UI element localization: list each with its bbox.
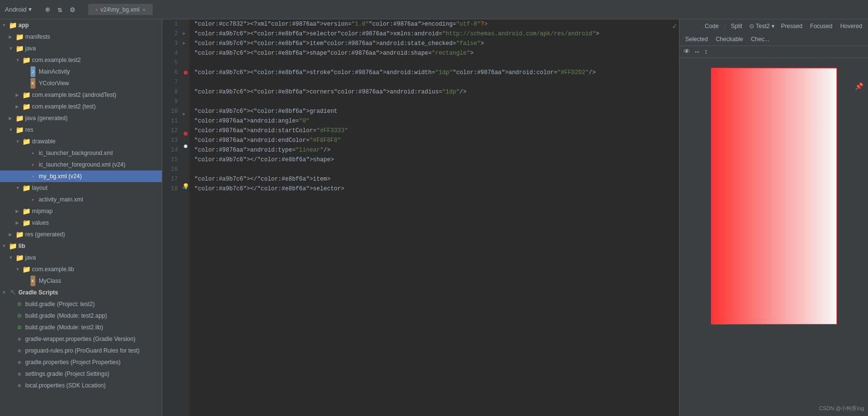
sidebar-item-build.gradle.app[interactable]: ⚙build.gradle (Module: test2.app) — [0, 310, 162, 322]
tree-arrow-com.example.lib: ▼ — [16, 264, 22, 274]
sidebar-item-build.gradle.lib[interactable]: ⚙build.gradle (Module: test2.lib) — [0, 322, 162, 333]
checkable-state-button[interactable]: Checkable — [714, 35, 745, 44]
line-numbers: 123456789101112131415161718 — [162, 19, 182, 416]
resize-horizontal-icon[interactable]: ↔ — [695, 48, 699, 56]
focused-state-button[interactable]: Focused — [808, 22, 835, 31]
tree-arrow-com.example.test2.test: ▶ — [16, 102, 22, 111]
code-line-17[interactable]: "color:#a9b7c6"></"color:#e8bf6a">item> — [194, 174, 674, 184]
code-line-11[interactable]: "color:#9876aa">android:angle="0" — [194, 116, 674, 126]
sidebar-label-lib: lib — [18, 241, 25, 251]
code-line-15[interactable]: "color:#a9b7c6"></"color:#e8bf6a">shape> — [194, 155, 674, 165]
code-split-buttons: Code | Split — [701, 21, 745, 31]
sidebar-item-activity_main[interactable]: ▪activity_main.xml — [0, 194, 162, 205]
sidebar-label-gradle.properties: gradle.properties (Project Properties) — [25, 357, 121, 367]
sidebar-item-ic_launcher_foreground[interactable]: ▪ic_launcher_foreground.xml (v24) — [0, 159, 162, 170]
sidebar-item-local.properties[interactable]: ≡local.properties (SDK Location) — [0, 380, 162, 391]
sidebar-item-mipmap[interactable]: ▶📁mipmap — [0, 205, 162, 217]
line-number-3: 3 — [162, 39, 178, 48]
sidebar-item-app[interactable]: ▼📁app — [0, 19, 162, 31]
code-content-12: "color:#9876aa">android:startColor — [194, 126, 313, 136]
sidebar-item-gradle.properties[interactable]: ≡gradle.properties (Project Properties) — [0, 356, 162, 368]
code-line-18[interactable]: "color:#a9b7c6"></"color:#e8bf6a">select… — [194, 184, 674, 194]
code-line-3[interactable]: "color:#a9b7c6"><"color:#e8bf6a">item "c… — [194, 39, 674, 48]
split-view-button[interactable]: Split — [727, 21, 745, 31]
code-line-10[interactable]: "color:#a9b7c6"><"color:#e8bf6a">gradien… — [194, 107, 674, 116]
eye-icon[interactable]: 👁 — [683, 48, 690, 56]
sidebar-item-java-lib[interactable]: ▼📁java — [0, 252, 162, 263]
gutter-5 — [182, 58, 189, 68]
code-line-6[interactable]: "color:#a9b7c6"><"color:#e8bf6a">stroke … — [194, 68, 674, 77]
selected-state-button[interactable]: Selected — [683, 35, 710, 44]
sidebar-item-layout[interactable]: ▼📁layout — [0, 182, 162, 194]
sidebar-label-com.example.lib: com.example.lib — [32, 264, 74, 274]
code-line-8[interactable]: "color:#a9b7c6"><"color:#e8bf6a">corners… — [194, 87, 674, 97]
code-area[interactable]: "color:#cc7832"><?xml "color:#9876aa">ve… — [189, 19, 679, 416]
code-content-17: "color:#a9b7c6"></ — [194, 174, 257, 184]
code-line-2[interactable]: "color:#a9b7c6"><"color:#e8bf6a">selecto… — [194, 29, 674, 39]
tree-icon-folder: 📁 — [16, 231, 23, 238]
tab-close-button[interactable]: × — [142, 7, 145, 13]
tree-icon-folder-blue: 📁 — [9, 242, 16, 250]
gutter-15 — [182, 164, 189, 173]
code-line-16[interactable] — [194, 165, 674, 174]
test2-selector[interactable]: ⊙ Test2 ▾ — [749, 23, 774, 30]
file-tab[interactable]: ▪ v24\my_bg.xml × — [88, 4, 153, 15]
code-line-4[interactable]: "color:#a9b7c6"><"color:#e8bf6a">shape "… — [194, 48, 674, 58]
pin-icon[interactable]: 📌 — [855, 82, 863, 91]
main-area: ▼📁app▶📁manifests▼📁java▼📁com.example.test… — [0, 19, 868, 416]
sidebar-item-lib[interactable]: ▼📁lib — [0, 240, 162, 252]
chec-state-button[interactable]: Chec... — [749, 35, 771, 44]
sidebar-item-values[interactable]: ▶📁values — [0, 217, 162, 229]
code-view-button[interactable]: Code — [701, 21, 722, 31]
sidebar-label-proguard-rules: proguard-rules.pro (ProGuard Rules for t… — [25, 346, 140, 355]
sidebar-item-manifests[interactable]: ▶📁manifests — [0, 31, 162, 43]
code-line-14[interactable]: "color:#9876aa">android:type="linear" /> — [194, 145, 674, 155]
sidebar-item-build.gradle.project[interactable]: ⚙build.gradle (Project: test2) — [0, 298, 162, 310]
sidebar-label-ic_launcher_foreground: ic_launcher_foreground.xml (v24) — [39, 160, 126, 169]
sidebar-item-my_bg[interactable]: ▪my_bg.xml (v24) — [0, 170, 162, 182]
sidebar-item-com.example.test2.test[interactable]: ▶📁com.example.test2 (test) — [0, 101, 162, 112]
preview-icon-bar: 👁 ↔ ↕ — [679, 46, 868, 58]
sidebar-item-MainActivity[interactable]: JMainActivity — [0, 66, 162, 77]
sidebar-item-gradle-wrapper[interactable]: ≡gradle-wrapper.properties (Gradle Versi… — [0, 333, 162, 345]
sync-icon[interactable]: ⇅ — [58, 5, 63, 15]
sidebar-item-proguard-rules[interactable]: ≡proguard-rules.pro (ProGuard Rules for … — [0, 345, 162, 356]
sidebar-item-com.example.test2.android[interactable]: ▶📁com.example.test2 (androidTest) — [0, 89, 162, 101]
code-line-13[interactable]: "color:#9876aa">android:endColor="#F8F8F… — [194, 136, 674, 145]
code-line-5[interactable] — [194, 58, 674, 68]
tree-icon-xml: ▪ — [29, 172, 37, 180]
sidebar-item-settings.gradle[interactable]: ≡settings.gradle (Project Settings) — [0, 368, 162, 380]
sidebar-item-drawable[interactable]: ▼📁drawable — [0, 136, 162, 147]
sidebar-label-drawable: drawable — [32, 137, 56, 146]
gutter-8 — [182, 90, 189, 100]
pressed-state-button[interactable]: Pressed — [779, 22, 805, 31]
android-dropdown-chevron[interactable]: ▼ — [29, 7, 32, 13]
sidebar-item-java-generated[interactable]: ▶📁java (generated) — [0, 112, 162, 124]
sidebar-item-com.example.lib[interactable]: ▼📁com.example.lib — [0, 263, 162, 275]
sidebar-label-java: java — [25, 44, 36, 53]
sidebar-item-res[interactable]: ▼📁res — [0, 124, 162, 136]
tree-icon-xml: ▪ — [29, 161, 37, 169]
sidebar-item-YColorView[interactable]: KYColorView — [0, 77, 162, 89]
sidebar-item-MyClass[interactable]: KMyClass — [0, 275, 162, 287]
add-icon[interactable]: ⊕ — [45, 5, 50, 15]
code-line-9[interactable] — [194, 97, 674, 107]
validation-check-icon: ✓ — [672, 21, 677, 31]
sidebar-item-com.example.test2[interactable]: ▼📁com.example.test2 — [0, 54, 162, 66]
tree-icon-kt: K — [29, 79, 37, 87]
watermark-label: CSDN @小狗疍ing — [819, 405, 864, 412]
sidebar-item-ic_launcher_background[interactable]: ▪ic_launcher_background.xml — [0, 147, 162, 159]
tree-icon-java: J — [29, 68, 37, 76]
settings-icon[interactable]: ⚙ — [70, 5, 75, 15]
tree-icon-xml: ▪ — [29, 149, 37, 157]
resize-vertical-icon[interactable]: ↕ — [704, 48, 708, 56]
sidebar-item-java[interactable]: ▼📁java — [0, 43, 162, 54]
sidebar-item-res-generated[interactable]: ▶📁res (generated) — [0, 229, 162, 240]
hovered-state-button[interactable]: Hovered — [838, 22, 864, 31]
sidebar-label-values: values — [32, 218, 49, 228]
code-line-7[interactable] — [194, 77, 674, 87]
sidebar-item-gradle-scripts[interactable]: ▼⛏Gradle Scripts — [0, 287, 162, 298]
sidebar-label-com.example.test2.android: com.example.test2 (androidTest) — [32, 90, 116, 100]
code-line-12[interactable]: "color:#9876aa">android:startColor="#FF3… — [194, 126, 674, 136]
code-line-1[interactable]: "color:#cc7832"><?xml "color:#9876aa">ve… — [194, 19, 674, 29]
